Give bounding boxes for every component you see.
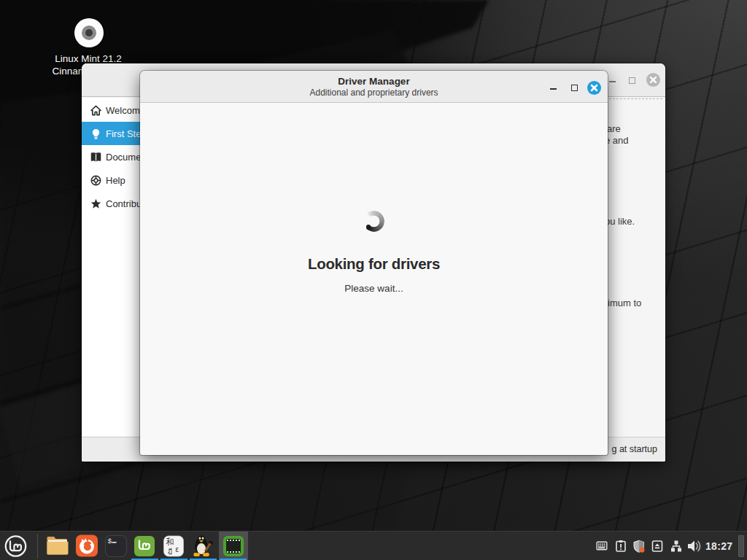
svg-text:ฎี: ฎี (168, 548, 172, 555)
svg-text:$: $ (108, 537, 112, 545)
svg-text:ε: ε (176, 545, 179, 553)
svg-text:和: 和 (166, 537, 174, 546)
